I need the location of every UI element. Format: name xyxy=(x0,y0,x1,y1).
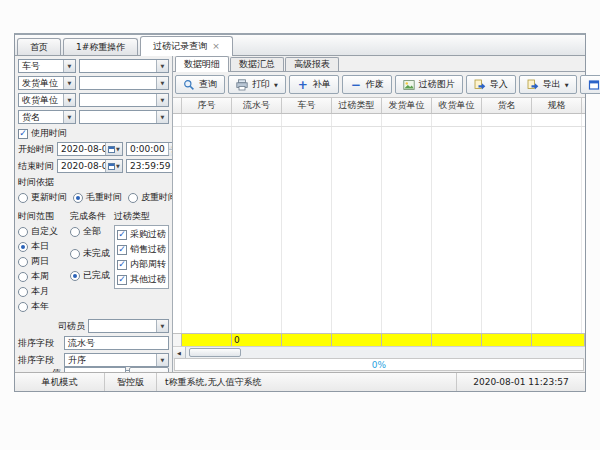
calendar-icon[interactable]: ▼ xyxy=(105,160,122,172)
query-button[interactable]: 查询 xyxy=(175,75,225,94)
weigh-type-title: 过磅类型 xyxy=(114,210,169,223)
tab-weigh-operation[interactable]: 1#称重操作 xyxy=(63,38,138,55)
checkbox-purchase-weigh[interactable]: ✓采购过磅 xyxy=(117,228,166,241)
export-button[interactable]: 导出 ▼ xyxy=(519,75,577,94)
tab-data-summary[interactable]: 数据汇总 xyxy=(230,57,284,71)
weigher-select[interactable]: ▼ xyxy=(88,319,169,333)
grid-empty-area[interactable] xyxy=(173,127,585,333)
supplement-order-button[interactable]: + 补单 xyxy=(289,75,339,94)
radio-range-twodays[interactable]: 两日 xyxy=(18,255,70,268)
col-header-weightype[interactable]: 过磅类型 xyxy=(332,98,382,113)
minus-icon: − xyxy=(350,79,362,91)
radio-finish-all[interactable]: 全部 xyxy=(70,225,114,238)
chevron-down-icon[interactable]: ▼ xyxy=(156,320,168,332)
col-header-carno[interactable]: 车号 xyxy=(282,98,332,113)
checkbox-sale-weigh[interactable]: ✓销售过磅 xyxy=(117,243,166,256)
chevron-down-icon[interactable]: ▼ xyxy=(156,111,168,123)
start-time-spinner[interactable]: 0:00:00 ▲▼ xyxy=(126,142,173,156)
field-select-receiver[interactable]: 收货单位 ▼ xyxy=(18,93,76,107)
radio-icon xyxy=(70,249,80,259)
weigh-photos-button[interactable]: 过磅图片 xyxy=(395,75,463,94)
value-select-goods[interactable]: ▼ xyxy=(79,110,169,124)
tab-weigh-operation-label: 1#称重操作 xyxy=(76,41,125,54)
radio-finish-unfinished[interactable]: 未完成 xyxy=(70,247,114,260)
radio-gross-time[interactable]: 毛重时间 xyxy=(73,191,122,204)
start-date-picker[interactable]: 2020-08-01 ▼ xyxy=(57,142,123,156)
field-select-goods[interactable]: 货名 ▼ xyxy=(18,110,76,124)
radio-range-week[interactable]: 本周 xyxy=(18,270,70,283)
value-select-receiver[interactable]: ▼ xyxy=(79,93,169,107)
calendar-icon[interactable]: ▼ xyxy=(105,143,122,155)
radio-range-month[interactable]: 本月 xyxy=(18,285,70,298)
checkbox-other-weigh[interactable]: ✓其他过磅 xyxy=(117,273,166,286)
radio-icon xyxy=(128,193,138,203)
radio-range-year[interactable]: 本年 xyxy=(18,300,70,313)
horizontal-scrollbar[interactable]: ◀ xyxy=(173,346,585,358)
scroll-left-icon[interactable]: ◀ xyxy=(173,347,186,359)
value-select-shipper[interactable]: ▼ xyxy=(79,76,169,90)
status-bar: 单机模式 智控版 t称重系统,无人值守系统 2020-08-01 11:23:5… xyxy=(15,372,585,391)
radio-range-today[interactable]: 本日 xyxy=(18,240,70,253)
chevron-down-icon[interactable]: ▼ xyxy=(63,77,75,89)
col-header-spec[interactable]: 规格 xyxy=(532,98,582,113)
radio-icon xyxy=(70,227,80,237)
filter-row-carno: 车号 ▼ ▼ xyxy=(18,59,169,73)
field-select-shipper[interactable]: 发货单位 ▼ xyxy=(18,76,76,90)
tab-home[interactable]: 首页 xyxy=(17,38,61,55)
clipped-button[interactable] xyxy=(129,367,169,372)
scrollbar-thumb[interactable] xyxy=(189,348,241,357)
chevron-down-icon[interactable]: ▼ xyxy=(156,354,168,366)
chevron-down-icon[interactable]: ▼ xyxy=(156,60,168,72)
chevron-down-icon[interactable]: ▼ xyxy=(63,60,75,72)
radio-tare-time[interactable]: 皮重时间 xyxy=(128,191,173,204)
import-button[interactable]: 导入 xyxy=(466,75,516,94)
void-button[interactable]: − 作废 xyxy=(342,75,392,94)
sort-order-select[interactable]: 升序 ▼ xyxy=(64,353,169,367)
col-header-goods[interactable]: 货名 xyxy=(482,98,532,113)
condition-value-input[interactable] xyxy=(64,367,126,372)
spinner-icon[interactable]: ▲▼ xyxy=(168,143,173,155)
col-header-serial[interactable]: 流水号 xyxy=(232,98,282,113)
checkbox-checked-icon: ✓ xyxy=(117,275,127,285)
radio-icon xyxy=(18,193,28,203)
col-header-shipper[interactable]: 发货单位 xyxy=(382,98,432,113)
filter-panel: 车号 ▼ ▼ 发货单位 ▼ ▼ 收货单位 ▼ xyxy=(15,56,173,372)
totals-cell xyxy=(332,334,382,346)
totals-row-selector xyxy=(173,334,182,346)
sort-field-input[interactable]: 流水号 xyxy=(64,336,169,350)
checkbox-internal-transfer[interactable]: ✓内部周转 xyxy=(117,258,166,271)
status-mode: 单机模式 xyxy=(15,373,105,391)
end-time-spinner[interactable]: 23:59:59 ▲▼ xyxy=(126,159,173,173)
tri-section: 时间范围 自定义 本日 两日 本周 本月 本年 完成条件 全部 未完成 已完成 … xyxy=(18,208,169,315)
radio-finish-finished[interactable]: 已完成 xyxy=(70,269,114,282)
close-tab-icon[interactable]: × xyxy=(212,42,220,51)
field-select-carno[interactable]: 车号 ▼ xyxy=(18,59,76,73)
radio-range-custom[interactable]: 自定义 xyxy=(18,225,70,238)
col-header-receiver[interactable]: 收货单位 xyxy=(432,98,482,113)
radio-update-time[interactable]: 更新时间 xyxy=(18,191,67,204)
chevron-down-icon[interactable]: ▼ xyxy=(156,94,168,106)
settings-button[interactable]: 设置 xyxy=(580,75,600,94)
status-message: t称重系统,无人值守系统 xyxy=(157,373,457,391)
tab-record-query[interactable]: 过磅记录查询 × xyxy=(140,36,233,56)
radio-icon xyxy=(18,302,28,312)
chevron-down-icon[interactable]: ▼ xyxy=(274,82,278,88)
print-button[interactable]: 打印 ▼ xyxy=(228,75,286,94)
main-tab-strip: 首页 1#称重操作 过磅记录查询 × xyxy=(15,35,585,56)
weigh-type-box: ✓采购过磅 ✓销售过磅 ✓内部周转 ✓其他过磅 xyxy=(114,225,169,289)
chevron-down-icon[interactable]: ▼ xyxy=(565,82,569,88)
import-icon xyxy=(474,79,486,91)
empty-grid-row[interactable] xyxy=(173,114,585,127)
chevron-down-icon[interactable]: ▼ xyxy=(156,77,168,89)
tab-data-detail[interactable]: 数据明细 xyxy=(175,56,229,72)
tab-record-query-label: 过磅记录查询 xyxy=(153,40,207,53)
chevron-down-icon[interactable]: ▼ xyxy=(63,94,75,106)
col-header-seq[interactable]: 序号 xyxy=(182,98,232,113)
use-time-checkbox[interactable]: ✓ 使用时间 xyxy=(18,127,169,140)
export-icon xyxy=(527,79,539,91)
tab-advanced-report[interactable]: 高级报表 xyxy=(285,57,339,71)
chevron-down-icon[interactable]: ▼ xyxy=(63,111,75,123)
data-panel: 数据明细 数据汇总 高级报表 查询 打印 ▼ + 补 xyxy=(173,56,585,372)
value-select-carno[interactable]: ▼ xyxy=(79,59,169,73)
end-date-picker[interactable]: 2020-08-01 ▼ xyxy=(57,159,123,173)
